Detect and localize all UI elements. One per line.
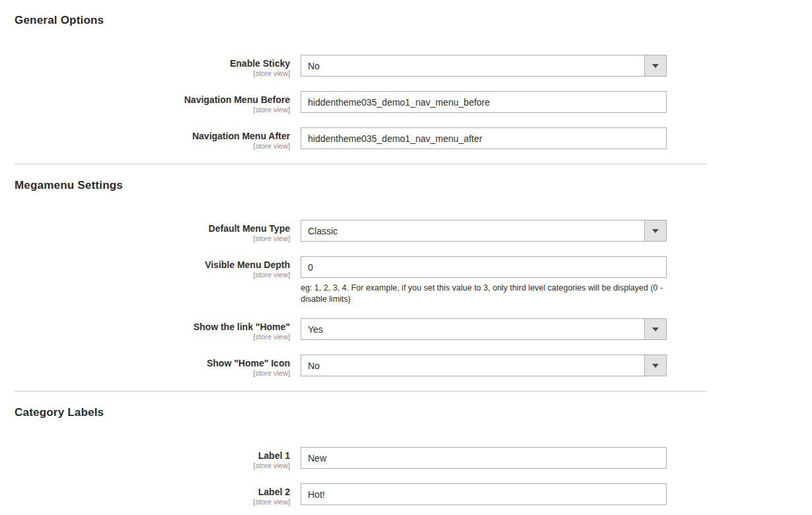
field-control: No (301, 355, 667, 378)
navigation-menu-before-input[interactable] (301, 91, 667, 113)
default-menu-type-select[interactable]: Classic (301, 220, 667, 242)
section-divider (15, 391, 707, 392)
section-title-category-labels: Category Labels (15, 405, 812, 421)
field-label-text: Default Menu Type (15, 223, 290, 234)
field-label: Label 1 [store view] (15, 447, 290, 470)
field-label: Label 2 [store view] (15, 483, 290, 506)
field-control: eg: 1, 2, 3, 4. For example, if you set … (301, 256, 667, 305)
field-label-2: Label 2 [store view] (15, 483, 812, 506)
field-label-text: Show "Home" Icon (15, 358, 290, 368)
field-label-text: Navigation Menu Before (15, 94, 290, 105)
select-dropdown-button[interactable] (644, 221, 666, 241)
select-dropdown-button[interactable] (644, 319, 666, 339)
field-scope-label: [store view] (15, 461, 290, 470)
field-label-text: Label 2 (15, 487, 290, 497)
caret-down-icon (652, 364, 659, 368)
field-control: No (301, 55, 667, 78)
section-divider (15, 164, 707, 164)
field-enable-sticky: Enable Sticky [store view] No (15, 55, 812, 78)
section-title-general-options: General Options (15, 13, 812, 28)
visible-menu-depth-input[interactable] (301, 256, 667, 278)
field-scope-label: [store view] (15, 368, 290, 378)
field-note: eg: 1, 2, 3, 4. For example, if you set … (301, 283, 667, 305)
field-control: Classic (301, 220, 667, 243)
select-value: No (301, 61, 644, 71)
field-control (301, 447, 667, 470)
select-dropdown-button[interactable] (644, 355, 666, 376)
field-scope-label: [store view] (15, 105, 290, 114)
field-control: Yes (301, 318, 667, 341)
field-control (301, 91, 667, 114)
field-scope-label: [store view] (15, 270, 290, 279)
select-dropdown-button[interactable] (644, 55, 666, 76)
field-visible-menu-depth: Visible Menu Depth [store view] eg: 1, 2… (15, 256, 812, 305)
field-label-text: Visible Menu Depth (15, 259, 290, 270)
field-scope-label: [store view] (15, 234, 290, 243)
settings-form: General Options Enable Sticky [store vie… (0, 0, 812, 506)
label-2-input[interactable] (301, 483, 667, 505)
field-show-link-home: Show the link "Home" [store view] Yes (15, 318, 812, 341)
section-title-megamenu-settings: Megamenu Settings (15, 178, 812, 193)
field-scope-label: [store view] (15, 141, 290, 151)
select-value: Yes (301, 324, 644, 335)
navigation-menu-after-input[interactable] (301, 127, 667, 149)
field-default-menu-type: Default Menu Type [store view] Classic (15, 220, 812, 243)
field-scope-label: [store view] (15, 497, 290, 506)
caret-down-icon (652, 327, 659, 331)
caret-down-icon (652, 64, 659, 68)
field-label: Show the link "Home" [store view] (15, 318, 290, 341)
field-label: Default Menu Type [store view] (15, 220, 290, 243)
field-label: Navigation Menu After [store view] (15, 127, 290, 151)
field-label: Visible Menu Depth [store view] (15, 256, 290, 305)
caret-down-icon (652, 229, 659, 233)
field-label-1: Label 1 [store view] (15, 447, 812, 470)
field-show-home-icon: Show "Home" Icon [store view] No (15, 355, 812, 378)
enable-sticky-select[interactable]: No (301, 55, 667, 77)
label-1-input[interactable] (301, 447, 667, 469)
select-value: No (301, 360, 644, 371)
field-scope-label: [store view] (15, 69, 290, 78)
field-control (301, 483, 667, 506)
field-label-text: Label 1 (15, 450, 290, 461)
field-navigation-menu-after: Navigation Menu After [store view] (15, 127, 812, 151)
field-label: Show "Home" Icon [store view] (15, 355, 290, 378)
field-scope-label: [store view] (15, 332, 290, 341)
field-label-text: Navigation Menu After (15, 131, 290, 141)
field-label-text: Enable Sticky (15, 58, 290, 69)
field-navigation-menu-before: Navigation Menu Before [store view] (15, 91, 812, 114)
select-value: Classic (301, 226, 644, 236)
field-control (301, 127, 667, 151)
field-label-text: Show the link "Home" (15, 322, 290, 332)
field-label: Navigation Menu Before [store view] (15, 91, 290, 114)
field-label: Enable Sticky [store view] (15, 55, 290, 78)
show-home-icon-select[interactable]: No (301, 355, 667, 376)
show-link-home-select[interactable]: Yes (301, 318, 667, 340)
